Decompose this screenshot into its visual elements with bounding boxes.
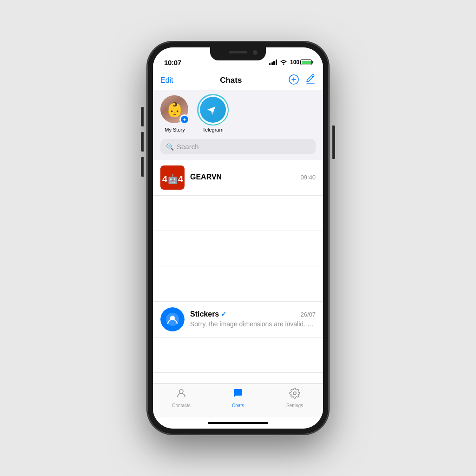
gearvn-chat-top: GEARVN 09:40 (190, 173, 316, 181)
search-placeholder: Search (177, 143, 199, 151)
settings-icon (289, 388, 300, 402)
nav-header: Edit Chats (153, 71, 323, 90)
stickers-avatar (160, 307, 185, 331)
contacts-label: Contacts (172, 403, 190, 408)
add-chat-icon[interactable] (289, 74, 299, 86)
story-item-mystory[interactable]: 👶 + My Story (160, 95, 189, 132)
gearvn-chat-body: GEARVN 09:40 (190, 173, 316, 183)
mystory-label: My Story (165, 127, 185, 132)
wifi-icon (280, 59, 287, 66)
stickers-time: 26/07 (300, 311, 316, 318)
chats-label: Chats (232, 403, 244, 408)
chat-list: 4🤖4 GEARVN 09:40 (153, 160, 323, 383)
chat-item-gearvn[interactable]: 4🤖4 GEARVN 09:40 (153, 160, 323, 196)
stickers-chat-top: Stickers ✓ 26/07 (190, 310, 316, 318)
tab-settings[interactable]: Settings (278, 388, 311, 408)
gearvn-time: 09:40 (300, 174, 316, 181)
gearvn-name: GEARVN (190, 173, 222, 181)
empty-chat-2 (153, 231, 323, 266)
empty-chat-3 (153, 266, 323, 302)
search-bar-wrap: 🔍 Search (153, 139, 323, 160)
stories-row: 👶 + My Story (153, 90, 323, 139)
stickers-avatar-wrap (160, 307, 185, 331)
telegram-avatar (200, 97, 226, 123)
stickers-name: Stickers ✓ (190, 310, 226, 318)
add-story-badge: + (180, 115, 189, 124)
search-icon: 🔍 (166, 143, 174, 151)
telegram-label: Telegram (202, 127, 223, 132)
page-title: Chats (220, 76, 242, 85)
chat-item-stickers[interactable]: Stickers ✓ 26/07 Sorry, the image dimens… (153, 302, 323, 337)
front-camera (253, 50, 258, 55)
settings-label: Settings (286, 403, 303, 408)
phone-frame: 10:07 100 Edit Chat (147, 42, 329, 434)
svg-text:4🤖4: 4🤖4 (162, 173, 184, 185)
signal-icon (269, 60, 277, 65)
speaker (229, 51, 247, 53)
contacts-icon (176, 388, 187, 402)
verified-icon: ✓ (221, 311, 226, 318)
phone-screen: 10:07 100 Edit Chat (153, 47, 323, 429)
compose-icon[interactable] (305, 74, 316, 86)
nav-actions (289, 74, 316, 86)
battery-icon: 100 (290, 59, 312, 66)
chats-icon (232, 388, 244, 402)
svg-point-8 (293, 392, 296, 395)
stickers-chat-body: Stickers ✓ 26/07 Sorry, the image dimens… (190, 310, 316, 328)
status-icons: 100 (269, 59, 312, 66)
gearvn-avatar: 4🤖4 (160, 165, 185, 190)
telegram-avatar-wrap (198, 95, 227, 124)
empty-chat-1 (153, 196, 323, 231)
home-indicator (208, 422, 268, 424)
story-item-telegram[interactable]: Telegram (198, 95, 227, 132)
bottom-nav: Contacts Chats (153, 383, 323, 417)
search-bar[interactable]: 🔍 Search (160, 139, 316, 154)
app-content: Edit Chats (153, 71, 323, 417)
mystory-avatar-wrap: 👶 + (160, 95, 189, 124)
svg-point-7 (179, 390, 183, 393)
notch (210, 47, 266, 60)
telegram-story-ring (197, 94, 229, 126)
tab-chats[interactable]: Chats (222, 388, 254, 408)
edit-button[interactable]: Edit (160, 76, 173, 85)
stickers-preview: Sorry, the image dimensions are invalid.… (190, 320, 316, 328)
empty-chat-4 (153, 337, 323, 373)
status-time: 10:07 (164, 59, 181, 66)
tab-contacts[interactable]: Contacts (165, 388, 198, 408)
